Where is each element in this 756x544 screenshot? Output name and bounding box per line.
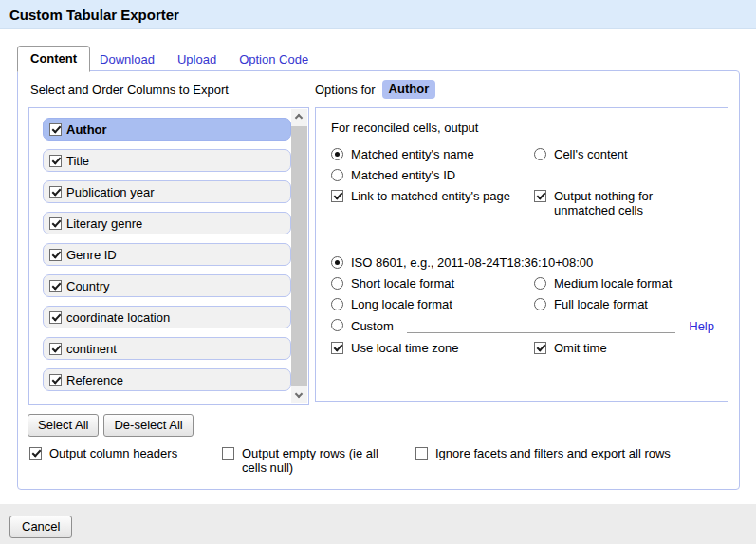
long-locale-radio[interactable] <box>331 298 343 310</box>
scroll-up-icon[interactable] <box>291 109 307 125</box>
option-label: ISO 8601, e.g., 2011-08-24T18:36:10+08:0… <box>351 255 593 270</box>
column-checkbox[interactable] <box>49 280 62 292</box>
medium-locale-radio[interactable] <box>534 277 546 290</box>
option-label: Matched entity's name <box>351 147 474 161</box>
column-label: continent <box>66 342 117 356</box>
tab-content[interactable]: Content <box>17 46 90 72</box>
full-locale-option[interactable]: Full locale format <box>534 297 714 311</box>
ignore-facets-checkbox[interactable] <box>415 447 428 460</box>
option-label: Medium locale format <box>554 276 672 291</box>
matched-entity-name-radio[interactable] <box>331 148 343 160</box>
short-locale-option[interactable]: Short locale format <box>331 276 534 291</box>
matched-entity-id-option[interactable]: Matched entity's ID <box>331 168 534 182</box>
long-locale-option[interactable]: Long locale format <box>331 297 534 311</box>
option-label: Ignore facets and filters and export all… <box>435 446 671 460</box>
column-checkbox[interactable] <box>49 217 62 230</box>
output-empty-rows-checkbox[interactable] <box>222 447 234 460</box>
use-local-time-zone-option[interactable]: Use local time zone <box>331 341 534 355</box>
option-label: Short locale format <box>351 276 454 291</box>
column-item[interactable]: Publication year <box>43 180 291 203</box>
reconciled-cells-heading: For reconciled cells, output <box>331 121 714 135</box>
full-locale-radio[interactable] <box>534 298 546 310</box>
short-locale-radio[interactable] <box>331 277 343 290</box>
ignore-facets-option[interactable]: Ignore facets and filters and export all… <box>415 446 671 460</box>
dialog-title-bar: Custom Tabular Exporter <box>0 0 756 29</box>
column-checkbox[interactable] <box>49 374 62 386</box>
column-label: Literary genre <box>66 216 142 231</box>
custom-format-option[interactable]: Custom Help <box>331 318 714 333</box>
cells-content-option[interactable]: Cell's content <box>534 147 714 161</box>
custom-format-radio[interactable] <box>331 319 343 331</box>
selected-column-pill: Author <box>382 80 436 99</box>
date-format-options: ISO 8601, e.g., 2011-08-24T18:36:10+08:0… <box>331 255 714 362</box>
column-label: Reference <box>66 373 123 387</box>
column-item[interactable]: Title <box>43 149 291 172</box>
list-buttons: Select All De-select All <box>28 414 194 437</box>
chevron-up-icon <box>295 114 303 122</box>
column-label: Title <box>66 154 89 168</box>
option-label: Use local time zone <box>351 341 458 355</box>
column-item[interactable]: Literary genre <box>43 212 291 234</box>
options-for-heading: Options for Author <box>315 80 435 99</box>
option-label: Long locale format <box>351 297 452 311</box>
option-label: Custom <box>351 319 394 333</box>
option-label: Cell's content <box>554 147 628 161</box>
column-item[interactable]: coordinate location <box>43 306 291 328</box>
tab-option-code[interactable]: Option Code <box>239 52 308 66</box>
column-label: Author <box>66 122 107 137</box>
omit-time-checkbox[interactable] <box>534 342 546 354</box>
matched-entity-name-option[interactable]: Matched entity's name <box>331 147 534 161</box>
deselect-all-button[interactable]: De-select All <box>103 414 193 437</box>
column-list-items: Author Title Publication year Literary g… <box>29 108 291 404</box>
use-local-time-zone-checkbox[interactable] <box>331 342 343 354</box>
column-checkbox[interactable] <box>49 186 62 198</box>
medium-locale-option[interactable]: Medium locale format <box>534 276 714 291</box>
column-checkbox[interactable] <box>49 155 62 167</box>
link-matched-entity-option[interactable]: Link to matched entity's page <box>331 189 534 217</box>
chevron-down-icon <box>295 390 303 398</box>
output-empty-rows-option[interactable]: Output empty rows (ie all cells null) <box>222 446 403 475</box>
option-label: Output column headers <box>49 446 177 460</box>
option-label: Output empty rows (ie all cells null) <box>242 446 403 475</box>
tab-upload[interactable]: Upload <box>177 52 216 66</box>
matched-entity-id-radio[interactable] <box>331 169 343 181</box>
output-column-headers-checkbox[interactable] <box>29 447 42 460</box>
custom-date-format-input[interactable] <box>407 318 675 333</box>
column-item[interactable]: Reference <box>43 368 291 391</box>
column-item[interactable]: Country <box>43 274 291 297</box>
tab-bar: Content Download Upload Option Code <box>17 46 740 71</box>
column-checkbox[interactable] <box>49 249 62 261</box>
omit-time-option[interactable]: Omit time <box>534 341 714 355</box>
cells-content-radio[interactable] <box>534 148 546 160</box>
cancel-button[interactable]: Cancel <box>9 516 72 538</box>
column-item[interactable]: continent <box>43 337 291 360</box>
scroll-down-icon[interactable] <box>291 387 307 403</box>
tab-download[interactable]: Download <box>100 52 155 66</box>
select-all-button[interactable]: Select All <box>28 414 99 437</box>
option-label: Link to matched entity's page <box>351 189 510 203</box>
iso-8601-radio[interactable] <box>331 256 343 269</box>
column-checkbox[interactable] <box>49 311 62 324</box>
column-checkbox[interactable] <box>49 343 62 355</box>
option-label: Output nothing for unmatched cells <box>554 189 714 217</box>
column-options-box: For reconciled cells, output Matched ent… <box>315 107 728 402</box>
scrollbar-thumb[interactable] <box>291 126 307 386</box>
column-item[interactable]: Genre ID <box>43 243 291 266</box>
output-nothing-unmatched-checkbox[interactable] <box>534 190 546 202</box>
output-column-headers-option[interactable]: Output column headers <box>29 446 177 460</box>
dialog-footer: Cancel <box>0 504 756 544</box>
option-label: Full locale format <box>554 297 648 311</box>
link-matched-entity-checkbox[interactable] <box>331 190 343 202</box>
help-link[interactable]: Help <box>689 319 714 333</box>
dialog-title: Custom Tabular Exporter <box>9 7 747 23</box>
iso-8601-option[interactable]: ISO 8601, e.g., 2011-08-24T18:36:10+08:0… <box>331 255 714 270</box>
output-nothing-unmatched-option[interactable]: Output nothing for unmatched cells <box>534 189 714 217</box>
option-label: Omit time <box>554 341 607 355</box>
column-item[interactable]: Author <box>43 118 291 141</box>
columns-section-label: Select and Order Columns to Export <box>30 83 229 97</box>
scrollbar[interactable] <box>291 109 307 403</box>
column-checkbox[interactable] <box>49 123 62 136</box>
column-label: Country <box>66 279 110 293</box>
options-for-label: Options for <box>315 83 376 97</box>
option-label: Matched entity's ID <box>351 168 455 182</box>
